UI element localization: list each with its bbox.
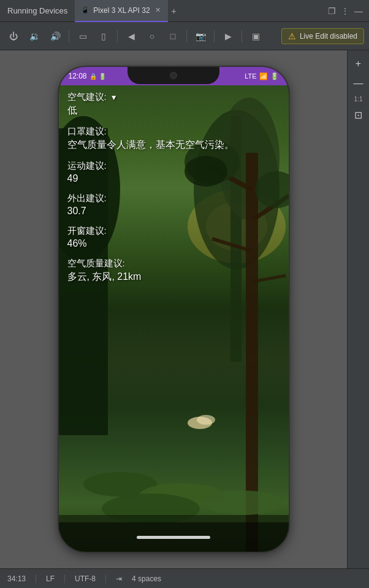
encoding: UTF-8 [75, 574, 96, 583]
window-advice-row: 开窗建议: 46% [67, 225, 280, 254]
air-quality-advice-value: 多云, 东风, 21km [67, 269, 280, 288]
status-divider-2 [64, 574, 65, 583]
phone-frame: 12:08 🔒 🔋 LTE 📶 🔋 [59, 67, 289, 552]
air-advice-row: 空气建议: ▼ 低 [67, 91, 280, 122]
fit-screen-button[interactable]: ⊡ [350, 106, 367, 123]
add-tab-button[interactable]: + [168, 6, 180, 16]
restore-button[interactable]: ❐ [328, 6, 336, 16]
indent-size: 4 spaces [132, 574, 161, 583]
cursor-position: 34:13 [7, 574, 26, 583]
signal-icon: 📶 [259, 72, 268, 80]
rotate-portrait-button[interactable]: ▭ [74, 28, 91, 45]
status-time: 12:08 🔒 🔋 [69, 72, 106, 80]
home-button[interactable]: ○ [143, 28, 161, 45]
tab-label: Pixel 3 XL API 32 [93, 6, 150, 15]
indent-icon: ⇥ [116, 574, 122, 583]
status-divider-1 [36, 574, 36, 583]
live-edit-warning: ⚠ Live Edit disabled [281, 28, 364, 44]
divider-5 [242, 30, 242, 42]
battery-icon: 🔋 [270, 72, 279, 80]
screenshot-button[interactable]: 📷 [192, 28, 209, 45]
device-tab[interactable]: 📱 Pixel 3 XL API 32 ✕ [75, 0, 167, 22]
phone-app-content: 空气建议: ▼ 低 口罩建议: 空气质量令人满意，基本无空气污染。 运动建议: … [59, 85, 289, 552]
tab-close-button[interactable]: ✕ [154, 6, 162, 14]
zoom-level-label: 1:1 [354, 95, 363, 104]
outdoor-advice-label: 外出建议: [67, 193, 280, 204]
battery-status-icon: 🔋 [99, 73, 106, 80]
air-quality-advice-label: 空气质量建议: [67, 258, 280, 269]
divider-4 [214, 30, 215, 42]
dropdown-arrow-icon: ▼ [110, 93, 118, 102]
power-button[interactable]: ⏻ [5, 28, 22, 45]
divider-2 [117, 30, 118, 42]
window-controls: ❐ ⋮ — [328, 6, 369, 16]
live-edit-label: Live Edit disabled [300, 32, 357, 41]
warning-icon: ⚠ [288, 31, 296, 41]
window-advice-label: 开窗建议: [67, 225, 280, 237]
app-title: Running Devices [0, 6, 75, 15]
tab-device-icon: 📱 [81, 6, 89, 14]
volume-up-button[interactable]: 🔊 [47, 28, 64, 45]
air-quality-advice-row: 空气质量建议: 多云, 东风, 21km [67, 258, 280, 288]
exercise-advice-label: 运动建议: [67, 160, 280, 172]
volume-down-button[interactable]: 🔉 [26, 28, 43, 45]
zoom-in-button[interactable]: + [350, 55, 367, 72]
lte-label: LTE [245, 72, 256, 80]
rotate-landscape-button[interactable]: ▯ [95, 28, 112, 45]
window-advice-value: 46% [67, 237, 280, 254]
zoom-panel: + — 1:1 ⊡ [347, 50, 369, 568]
status-icons-right: LTE 📶 🔋 [245, 72, 278, 80]
zoom-out-button[interactable]: — [350, 75, 367, 92]
air-advice-value: 低 [67, 103, 280, 122]
menu-button[interactable]: ⋮ [341, 6, 349, 16]
lock-icon: 🔒 [89, 73, 97, 80]
title-bar: Running Devices 📱 Pixel 3 XL API 32 ✕ + … [0, 0, 369, 22]
phone-screen: 12:08 🔒 🔋 LTE 📶 🔋 [59, 67, 289, 552]
forward-button[interactable]: ▶ [219, 28, 237, 45]
minimize-button[interactable]: — [354, 6, 363, 16]
line-ending: LF [46, 574, 55, 583]
exercise-advice-row: 运动建议: 49 [67, 160, 280, 189]
divider-3 [186, 30, 187, 42]
nav-pill [137, 536, 210, 539]
toolbar: ⏻ 🔉 🔊 ▭ ▯ ◀ ○ □ 📷 ▶ ▣ ⚠ Live Edit disabl… [0, 22, 369, 50]
outdoor-advice-row: 外出建议: 30.7 [67, 193, 280, 222]
mask-advice-label: 口罩建议: [67, 126, 280, 137]
square-button[interactable]: □ [164, 28, 181, 45]
status-bar: 34:13 LF UTF-8 ⇥ 4 spaces [0, 568, 369, 588]
phone-container: 12:08 🔒 🔋 LTE 📶 🔋 [0, 50, 347, 568]
phone-nav-bar [59, 522, 289, 552]
air-advice-label: 空气建议: ▼ [67, 91, 280, 103]
phone-notch [127, 67, 219, 84]
outdoor-advice-value: 30.7 [67, 204, 280, 222]
main-area: 12:08 🔒 🔋 LTE 📶 🔋 [0, 50, 369, 568]
cast-button[interactable]: ▣ [247, 28, 264, 45]
divider-1 [69, 30, 69, 42]
exercise-advice-value: 49 [67, 172, 280, 189]
status-divider-3 [105, 574, 106, 583]
camera-notch [170, 72, 177, 79]
mask-advice-row: 口罩建议: 空气质量令人满意，基本无空气污染。 [67, 126, 280, 157]
mask-advice-value: 空气质量令人满意，基本无空气污染。 [67, 137, 280, 157]
back-button[interactable]: ◀ [123, 28, 140, 45]
status-icons: 🔒 🔋 [89, 73, 106, 80]
